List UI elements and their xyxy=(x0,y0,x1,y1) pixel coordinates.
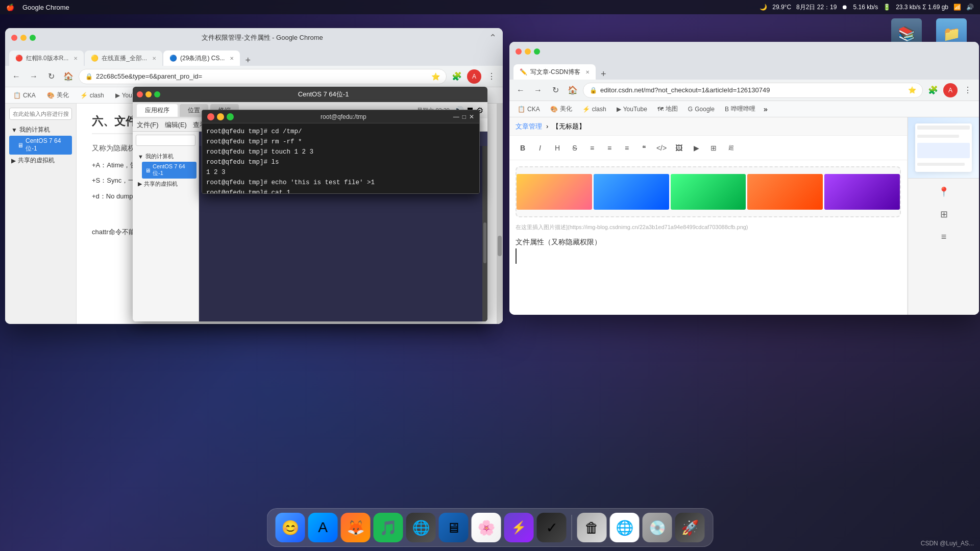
panel-location-btn[interactable]: 📍 xyxy=(935,183,953,201)
vbox-close[interactable] xyxy=(137,91,143,97)
bookmark-cka[interactable]: 📋CKA xyxy=(9,90,40,101)
vbox-menu-edit[interactable]: 编辑(E) xyxy=(165,120,187,130)
csdn-reload[interactable]: ↻ xyxy=(548,83,562,97)
vm-scroll-track[interactable] xyxy=(482,146,487,321)
editor-video[interactable]: ▶ xyxy=(689,141,703,155)
tab-1-close[interactable]: ✕ xyxy=(152,56,156,61)
csdn-bm-google[interactable]: GGoogle xyxy=(684,104,719,114)
dock-trash[interactable]: 🗑 xyxy=(577,513,607,542)
panel-collapse-btn[interactable]: ≡ xyxy=(935,228,953,246)
csdn-bm-map[interactable]: 🗺地图 xyxy=(653,103,682,115)
my-computer-item[interactable]: ▼ 我的计算机 xyxy=(9,124,72,136)
vbox-centos-item[interactable]: 🖥CentOS 7 64 位-1 xyxy=(142,162,197,179)
dock-launchpad[interactable]: 🚀 xyxy=(675,513,705,542)
apple-menu[interactable]: 🍎 xyxy=(6,4,14,11)
tab-0[interactable]: 🔴 红帽8.0版本R... ✕ xyxy=(9,51,84,66)
bookmark-beauty[interactable]: 🎨美化 xyxy=(43,89,73,101)
vbox-menu-file[interactable]: 文件(F) xyxy=(137,120,159,130)
scrollbar-track[interactable] xyxy=(497,104,503,324)
close-button[interactable] xyxy=(11,35,17,41)
dock-screens[interactable]: 🖥 xyxy=(439,513,469,542)
home-button[interactable]: 🏠 xyxy=(61,69,76,84)
tab-1[interactable]: 🟡 在线直播_全部... ✕ xyxy=(85,51,162,66)
max-btn-right[interactable] xyxy=(534,48,540,55)
close-btn-right[interactable] xyxy=(516,48,522,55)
editor-ol[interactable]: ≡ xyxy=(602,141,617,155)
vbox-search-input[interactable] xyxy=(136,135,195,146)
editor-heading[interactable]: H xyxy=(550,141,565,155)
csdn-menu[interactable]: ⋮ xyxy=(961,83,975,97)
csdn-forward[interactable]: → xyxy=(531,83,545,97)
dock-setapp[interactable]: ⚡ xyxy=(504,513,534,542)
csdn-address-bar[interactable]: 🔒 editor.csdn.net/md?not_checkout=1&arti… xyxy=(583,83,923,98)
vbox-max[interactable] xyxy=(154,91,160,97)
dock-finder[interactable]: 😊 xyxy=(276,513,305,542)
editor-super[interactable]: 超 xyxy=(724,141,738,155)
editor-image[interactable]: 🖼 xyxy=(672,141,686,155)
csdn-bm-beauty[interactable]: 🎨美化 xyxy=(546,103,576,115)
profile-button[interactable]: A xyxy=(467,69,481,84)
maximize-button[interactable] xyxy=(30,35,36,41)
tab-0-close[interactable]: ✕ xyxy=(74,56,78,61)
panel-expand-btn[interactable]: ⊞ xyxy=(935,205,953,223)
editor-checklist[interactable]: ≡ xyxy=(620,141,634,155)
new-tab-button-left[interactable]: + xyxy=(241,55,255,66)
dock-disk[interactable]: 💿 xyxy=(643,513,672,542)
file-search-input[interactable] xyxy=(9,108,72,120)
csdn-bc-articles[interactable]: 文章管理 xyxy=(516,122,542,131)
dock-appstore[interactable]: A xyxy=(308,513,338,542)
window-controls[interactable]: ⌃ xyxy=(489,32,497,43)
tab-2[interactable]: 🔵 (29条消息) CS... ✕ xyxy=(163,51,240,66)
bash-min-btn[interactable] xyxy=(217,113,224,120)
editor-quote[interactable]: ❝ xyxy=(637,141,651,155)
bash-ctrl-3[interactable]: ✕ xyxy=(469,113,474,120)
bash-close-btn[interactable] xyxy=(207,113,214,120)
shared-vm-item[interactable]: ▶ 共享的虚拟机 xyxy=(9,155,72,166)
dock-tasks[interactable]: ✓ xyxy=(537,513,567,542)
csdn-tab-close[interactable]: ✕ xyxy=(585,69,590,75)
csdn-bm-cka[interactable]: 📋CKA xyxy=(513,104,544,114)
back-button[interactable]: ← xyxy=(9,69,23,84)
address-bar-left[interactable]: 🔒 22c68c55e&type=6&parent_pro_id= ⭐ xyxy=(79,69,447,84)
editor-bold[interactable]: B xyxy=(516,141,530,155)
dock-photos[interactable]: 🌸 xyxy=(472,513,501,542)
vbox-node-mycomputer[interactable]: ▼我的计算机 xyxy=(135,151,197,162)
forward-button[interactable]: → xyxy=(27,69,41,84)
menu-button[interactable]: ⋮ xyxy=(484,69,499,84)
csdn-star[interactable]: ⭐ xyxy=(908,86,916,94)
csdn-editor-text[interactable]: 文件属性（又称隐藏权限） xyxy=(516,236,901,248)
csdn-bm-clash[interactable]: ⚡clash xyxy=(578,104,610,114)
minimize-button[interactable] xyxy=(20,35,27,41)
csdn-bm-youtube[interactable]: ▶YouTube xyxy=(612,104,651,114)
min-btn-right[interactable] xyxy=(525,48,531,55)
editor-code[interactable]: </> xyxy=(654,141,669,155)
csdn-back[interactable]: ← xyxy=(513,83,528,97)
editor-table[interactable]: ⊞ xyxy=(706,141,721,155)
csdn-extensions[interactable]: 🧩 xyxy=(926,83,940,97)
bash-max-btn[interactable] xyxy=(227,113,234,120)
dock-firefox[interactable]: 🦊 xyxy=(341,513,371,542)
dock-unknown[interactable]: 🌐 xyxy=(406,513,436,542)
dock-spotify[interactable]: 🎵 xyxy=(374,513,403,542)
editor-ul[interactable]: ≡ xyxy=(585,141,599,155)
bash-ctrl-2[interactable]: □ xyxy=(462,113,466,120)
editor-strikethrough[interactable]: S xyxy=(568,141,582,155)
csdn-bm-more[interactable]: » xyxy=(764,105,768,113)
csdn-editor-body[interactable]: 在这里插入图片描述](https://img-blog.csdnimg.cn/2… xyxy=(509,160,907,315)
csdn-tab-active[interactable]: ✏️ 写文章-CSDN博客 ✕ xyxy=(513,64,596,80)
csdn-bm-bilibili[interactable]: B哗哩哗哩 xyxy=(721,103,760,115)
text-cursor[interactable] xyxy=(516,248,901,264)
vbox-min[interactable] xyxy=(145,91,152,97)
vm-scroll-thumb[interactable] xyxy=(483,222,486,263)
centos-item[interactable]: 🖥 CentOS 7 64 位-1 xyxy=(9,136,72,155)
csdn-new-tab[interactable]: + xyxy=(597,69,610,80)
vbox-tab-applications[interactable]: 应用程序 xyxy=(137,104,178,117)
chrome-tabs-left[interactable]: 🔴 红帽8.0版本R... ✕ 🟡 在线直播_全部... ✕ 🔵 (29条消息)… xyxy=(5,47,503,66)
scrollbar-thumb[interactable] xyxy=(498,236,502,256)
bookmark-clash[interactable]: ⚡clash xyxy=(76,90,108,101)
vbox-node-shared[interactable]: ▶共享的虚拟机 xyxy=(135,179,197,189)
star-icon[interactable]: ⭐ xyxy=(431,72,440,81)
editor-italic[interactable]: I xyxy=(533,141,547,155)
app-name[interactable]: Google Chrome xyxy=(22,4,69,11)
csdn-profile[interactable]: A xyxy=(943,83,958,97)
